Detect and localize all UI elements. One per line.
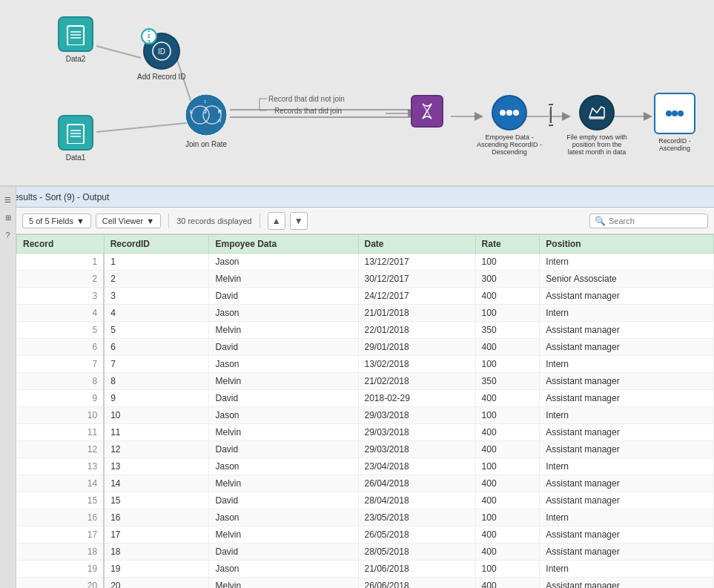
table-row[interactable]: 1717Melvin26/05/2018400Assistant manager	[17, 526, 714, 544]
cell-recordid: 13	[104, 458, 209, 475]
cell-record: 7	[17, 356, 105, 373]
col-header-record: Record	[17, 235, 105, 254]
svg-point-32	[500, 110, 506, 116]
table-row[interactable]: 1414Melvin26/04/2018400Assistant manager	[17, 475, 714, 492]
table-cell: 400	[475, 492, 540, 509]
node-recordid-output[interactable]: RecordID - Ascending	[645, 93, 704, 152]
table-cell: Intern	[540, 254, 714, 271]
table-row[interactable]: 1313Jason23/04/2018100Intern	[17, 458, 714, 475]
cell-recordid: 9	[104, 390, 209, 407]
table-cell: 400	[475, 339, 540, 356]
table-row[interactable]: 1111Melvin29/03/2018400Assistant manager	[17, 424, 714, 441]
cell-recordid: 6	[104, 339, 209, 356]
table-cell: David	[209, 390, 358, 407]
table-cell: David	[209, 339, 358, 356]
table-cell: 300	[475, 271, 540, 288]
svg-point-34	[513, 110, 519, 116]
svg-point-37	[666, 110, 672, 116]
annotation-join: Records that did join	[274, 107, 342, 115]
table-row[interactable]: 1616Jason23/05/2018100Intern	[17, 509, 714, 526]
cell-recordid: 12	[104, 441, 209, 458]
search-input[interactable]	[609, 217, 705, 225]
table-cell: 28/04/2018	[358, 492, 475, 509]
results-bar: Results - Sort (9) - Output	[0, 187, 714, 208]
table-row[interactable]: 44Jason21/01/2018100Intern	[17, 305, 714, 322]
svg-rect-14	[67, 26, 84, 45]
table-row[interactable]: 77Jason13/02/2018100Intern	[17, 356, 714, 373]
table-cell: 29/03/2018	[358, 424, 475, 441]
table-cell: Assistant manager	[540, 373, 714, 390]
table-cell: Senior Assosciate	[540, 271, 714, 288]
table-row[interactable]: 11Jason13/12/2017100Intern	[17, 254, 714, 271]
table-cell: 24/12/2017	[358, 288, 475, 305]
sort-down-button[interactable]: ▼	[290, 212, 308, 230]
table-cell: 400	[475, 475, 540, 492]
table-row[interactable]: 22Melvin30/12/2017300Senior Assosciate	[17, 271, 714, 288]
node-dna[interactable]	[411, 95, 443, 128]
table-cell: Jason	[209, 458, 358, 475]
table-cell: Assistant manager	[540, 322, 714, 339]
data-table: Record RecordID Empoyee Data Date Rate P…	[16, 234, 714, 588]
cell-recordid: 15	[104, 492, 209, 509]
cell-recordid: 10	[104, 407, 209, 424]
table-row[interactable]: 1212David29/03/2018400Assistant manager	[17, 441, 714, 458]
table-cell: Assistant manager	[540, 544, 714, 561]
table-row[interactable]: 1010Jason29/03/2018100Intern	[17, 407, 714, 424]
table-cell: 400	[475, 288, 540, 305]
cell-record: 17	[17, 526, 105, 544]
sidebar-icon-menu[interactable]: ☰	[1, 193, 15, 206]
search-box[interactable]: 🔍	[589, 214, 708, 228]
toolbar-divider-1	[168, 214, 169, 228]
node-data1[interactable]: Data1	[58, 115, 93, 162]
cell-record: 18	[17, 544, 105, 561]
cell-viewer-button[interactable]: Cell Viewer ▼	[96, 214, 161, 228]
table-cell: 29/01/2018	[358, 339, 475, 356]
sidebar-icon-table[interactable]: ⊞	[1, 211, 15, 224]
table-row[interactable]: 66David29/01/2018400Assistant manager	[17, 339, 714, 356]
annotation-no-join: Record that did not join	[268, 95, 345, 103]
table-cell: Assistant manager	[540, 339, 714, 356]
node-sample[interactable]: Empoyee Data - Ascending RecordID - Desc…	[476, 95, 543, 156]
node-add-record-id[interactable]: 123 ID Add Record ID	[137, 33, 186, 81]
table-cell: 400	[475, 390, 540, 407]
table-row[interactable]: 1919Jason21/06/2018100Intern	[17, 561, 714, 578]
table-cell: Assistant manager	[540, 441, 714, 458]
table-row[interactable]: 33David24/12/2017400Assistant manager	[17, 288, 714, 305]
table-cell: 100	[475, 509, 540, 526]
table-cell: 350	[475, 322, 540, 339]
cell-record: 8	[17, 373, 105, 390]
table-cell: 100	[475, 254, 540, 271]
node-crown[interactable]: File empty rows with position from the l…	[563, 95, 630, 156]
node-data2[interactable]: Data2	[58, 16, 93, 63]
toolbar-divider-2	[260, 214, 260, 228]
table-cell: 100	[475, 407, 540, 424]
fields-selector-button[interactable]: 5 of 5 Fields ▼	[22, 214, 91, 228]
table-row[interactable]: 1818David28/05/2018400Assistant manager	[17, 544, 714, 561]
workflow-canvas: Data2 123 ID Add Record ID Data1 L J	[0, 0, 714, 187]
svg-rect-20	[67, 125, 84, 144]
cell-recordid: 2	[104, 271, 209, 288]
table-body: 11Jason13/12/2017100Intern22Melvin30/12/…	[17, 254, 714, 589]
sort-up-button[interactable]: ▲	[268, 212, 285, 230]
table-cell: Jason	[209, 407, 358, 424]
table-cell: 21/01/2018	[358, 305, 475, 322]
cell-recordid: 17	[104, 526, 209, 544]
table-row[interactable]: 99David2018-02-29400Assistant manager	[17, 390, 714, 407]
table-cell: 400	[475, 441, 540, 458]
cell-record: 19	[17, 561, 105, 578]
table-row[interactable]: 2020Melvin26/06/2018400Assistant manager	[17, 578, 714, 589]
table-cell: 29/03/2018	[358, 441, 475, 458]
table-row[interactable]: 88Melvin21/02/2018350Assistant manager	[17, 373, 714, 390]
node-join-on-rate[interactable]: L J R 1 R Join on Rate	[184, 93, 228, 148]
table-row[interactable]: 55Melvin22/01/2018350Assistant manager	[17, 322, 714, 339]
left-sidebar: ☰ ⊞ ?	[0, 187, 16, 588]
table-cell: 21/06/2018	[358, 561, 475, 578]
sidebar-icon-help[interactable]: ?	[1, 228, 15, 242]
table-header: Record RecordID Empoyee Data Date Rate P…	[17, 235, 714, 254]
table-cell: Intern	[540, 561, 714, 578]
svg-text:L: L	[190, 109, 194, 114]
cell-recordid: 4	[104, 305, 209, 322]
cell-recordid: 11	[104, 424, 209, 441]
table-cell: Melvin	[209, 475, 358, 492]
table-row[interactable]: 1515David28/04/2018400Assistant manager	[17, 492, 714, 509]
